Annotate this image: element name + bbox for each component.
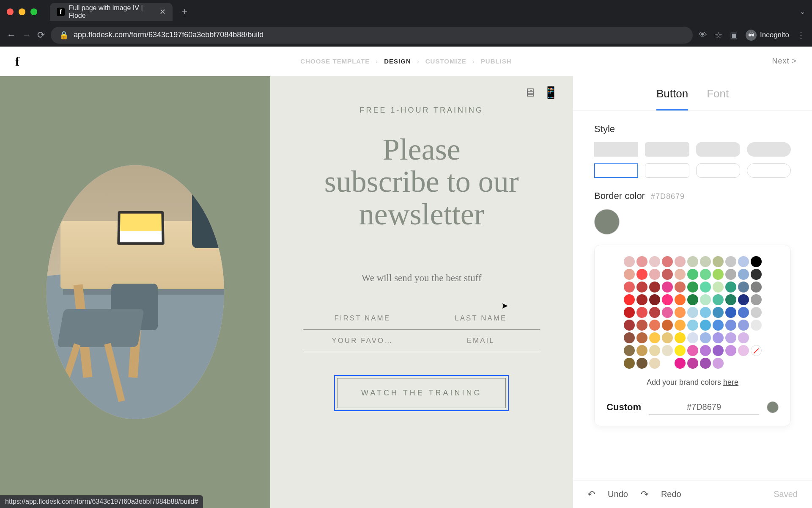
- favorite-field[interactable]: YOUR FAVO…: [303, 330, 422, 352]
- palette-swatch[interactable]: [649, 320, 660, 331]
- palette-swatch[interactable]: [738, 294, 749, 305]
- tab-font[interactable]: Font: [707, 87, 729, 110]
- palette-swatch[interactable]: [738, 345, 749, 356]
- palette-swatch[interactable]: [713, 345, 724, 356]
- desktop-preview-icon[interactable]: 🖥: [524, 86, 536, 99]
- palette-swatch[interactable]: [751, 320, 762, 331]
- palette-swatch[interactable]: [700, 332, 711, 343]
- palette-swatch[interactable]: [662, 307, 673, 318]
- tabs-dropdown-icon[interactable]: ⌄: [800, 8, 805, 16]
- palette-swatch[interactable]: [738, 332, 749, 343]
- browser-tab[interactable]: f Full page with image IV | Flode ✕: [50, 3, 173, 21]
- brand-colors-link[interactable]: here: [723, 378, 738, 387]
- redo-icon[interactable]: ↷: [641, 489, 648, 500]
- palette-swatch[interactable]: [636, 294, 647, 305]
- style-outline-rounded-sm[interactable]: [645, 163, 689, 178]
- close-window-icon[interactable]: [7, 8, 14, 15]
- incognito-badge[interactable]: 🕶 Incognito: [746, 30, 789, 41]
- email-field[interactable]: EMAIL: [422, 330, 540, 352]
- palette-swatch[interactable]: [725, 256, 736, 267]
- palette-swatch[interactable]: [649, 282, 660, 293]
- palette-swatch[interactable]: [662, 345, 673, 356]
- palette-swatch[interactable]: [713, 332, 724, 343]
- palette-swatch[interactable]: [738, 269, 749, 280]
- palette-swatch[interactable]: [687, 332, 698, 343]
- step-choose-template[interactable]: CHOOSE TEMPLATE: [300, 58, 370, 65]
- panel-icon[interactable]: ▣: [730, 30, 738, 40]
- reload-button[interactable]: ⟳: [37, 30, 45, 41]
- fullscreen-window-icon[interactable]: [30, 8, 37, 15]
- eye-off-icon[interactable]: 👁: [699, 30, 707, 40]
- palette-swatch[interactable]: [687, 320, 698, 331]
- close-tab-icon[interactable]: ✕: [159, 7, 166, 17]
- palette-swatch[interactable]: [751, 282, 762, 293]
- custom-color-swatch[interactable]: [767, 401, 779, 413]
- palette-swatch[interactable]: [675, 282, 686, 293]
- palette-swatch[interactable]: [700, 307, 711, 318]
- palette-swatch[interactable]: [636, 269, 647, 280]
- style-outline-pill[interactable]: [747, 163, 791, 178]
- palette-swatch[interactable]: [624, 307, 635, 318]
- palette-swatch[interactable]: [649, 256, 660, 267]
- palette-swatch[interactable]: [700, 269, 711, 280]
- palette-swatch[interactable]: [662, 256, 673, 267]
- window-controls[interactable]: [7, 8, 37, 15]
- palette-swatch[interactable]: [649, 345, 660, 356]
- palette-swatch[interactable]: [675, 294, 686, 305]
- palette-swatch[interactable]: [751, 269, 762, 280]
- palette-swatch[interactable]: [687, 358, 698, 369]
- palette-swatch[interactable]: [675, 332, 686, 343]
- palette-swatch[interactable]: [738, 256, 749, 267]
- palette-swatch[interactable]: [751, 256, 762, 267]
- palette-swatch[interactable]: [751, 332, 762, 343]
- palette-swatch[interactable]: [687, 269, 698, 280]
- palette-swatch[interactable]: [700, 282, 711, 293]
- style-filled-rounded-sm[interactable]: [645, 142, 689, 157]
- palette-swatch[interactable]: [700, 320, 711, 331]
- palette-swatch[interactable]: [687, 282, 698, 293]
- palette-swatch[interactable]: [662, 358, 673, 369]
- palette-swatch[interactable]: [713, 294, 724, 305]
- palette-swatch[interactable]: [725, 332, 736, 343]
- eyebrow-text[interactable]: FREE 1-HOUR TRAINING: [359, 106, 483, 115]
- custom-hex-input[interactable]: [649, 400, 759, 415]
- palette-swatch[interactable]: [624, 332, 635, 343]
- palette-swatch[interactable]: [636, 358, 647, 369]
- palette-swatch[interactable]: [624, 256, 635, 267]
- palette-swatch[interactable]: [713, 256, 724, 267]
- palette-swatch[interactable]: [751, 345, 762, 356]
- palette-swatch[interactable]: [624, 358, 635, 369]
- palette-swatch[interactable]: [687, 256, 698, 267]
- back-button[interactable]: ←: [7, 30, 16, 41]
- palette-swatch[interactable]: [725, 282, 736, 293]
- palette-swatch[interactable]: [725, 345, 736, 356]
- last-name-field[interactable]: LAST NAME: [422, 307, 540, 329]
- headline-text[interactable]: Please subscribe to our newsletter: [324, 133, 519, 230]
- style-filled-rounded[interactable]: [696, 142, 740, 157]
- palette-swatch[interactable]: [687, 307, 698, 318]
- palette-swatch[interactable]: [725, 320, 736, 331]
- redo-button[interactable]: Redo: [661, 489, 681, 499]
- palette-swatch[interactable]: [751, 307, 762, 318]
- palette-swatch[interactable]: [700, 345, 711, 356]
- palette-swatch[interactable]: [738, 320, 749, 331]
- palette-swatch[interactable]: [624, 269, 635, 280]
- palette-swatch[interactable]: [636, 282, 647, 293]
- minimize-window-icon[interactable]: [19, 8, 25, 15]
- url-field[interactable]: 🔒 app.flodesk.com/form/6343c197f60a3ebbf…: [51, 27, 693, 44]
- step-customize[interactable]: CUSTOMIZE: [425, 58, 466, 65]
- palette-swatch[interactable]: [675, 345, 686, 356]
- palette-swatch[interactable]: [624, 294, 635, 305]
- palette-swatch[interactable]: [713, 269, 724, 280]
- palette-swatch[interactable]: [700, 256, 711, 267]
- palette-swatch[interactable]: [649, 269, 660, 280]
- tab-button[interactable]: Button: [656, 87, 688, 110]
- palette-swatch[interactable]: [713, 307, 724, 318]
- palette-swatch[interactable]: [636, 332, 647, 343]
- border-color-swatch[interactable]: [594, 209, 620, 235]
- palette-swatch[interactable]: [751, 294, 762, 305]
- kebab-menu-icon[interactable]: ⋮: [797, 30, 805, 40]
- first-name-field[interactable]: FIRST NAME: [303, 307, 422, 329]
- palette-swatch[interactable]: [662, 320, 673, 331]
- palette-swatch[interactable]: [675, 358, 686, 369]
